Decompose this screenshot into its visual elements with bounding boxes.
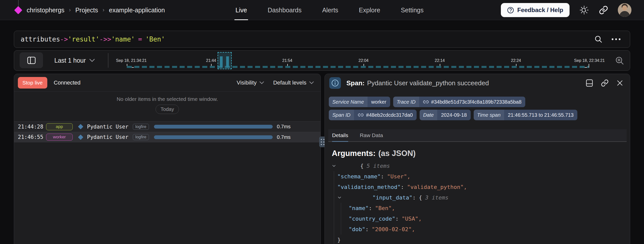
span-diamond-icon [78,124,83,129]
span-name: Pydantic User [87,134,133,140]
scope-badge: logfire [133,134,149,140]
today-button[interactable]: Today [155,105,179,114]
duration-label: 0.7ms [277,134,291,140]
tab-live[interactable]: Live [235,0,247,20]
default-levels-dropdown[interactable]: Default levels [273,79,314,86]
live-view-panel: Stop live Connected Visibility Default l… [14,74,321,244]
time-range-selector[interactable]: Last 1 hour [54,51,95,70]
more-options-icon[interactable] [611,38,621,40]
timeline-selection-window[interactable] [218,52,232,69]
sidebar-panel-icon [27,57,36,64]
share-link-icon[interactable] [599,5,608,15]
search-icon[interactable] [594,35,603,44]
stop-live-button[interactable]: Stop live [18,77,47,89]
span-kind-label: Span: [346,79,365,87]
activity-histogram[interactable] [127,66,589,68]
split-view-icon[interactable] [586,79,593,87]
json-root-line: { 5 items [332,160,467,171]
span-diamond-icon [78,134,83,140]
json-tree: { 5 items "schema_name":"User", "validat… [332,160,467,244]
service-name-badge: Service Name worker [329,97,390,107]
item-count: 3 items [425,194,449,201]
query-string-ben: 'Ben' [145,35,165,43]
nav-tabs: Live Dashboards Alerts Explore Settings [235,0,424,20]
tab-explore[interactable]: Explore [359,0,380,20]
json-level-1: "schema_name":"User", "validation_method… [334,171,467,244]
timeline-tick-label: 22:24 [511,58,521,63]
tab-details[interactable]: Details [332,129,348,141]
time-range-label: Last 1 hour [54,57,86,64]
feedback-help-button[interactable]: Feedback / Help [501,3,570,17]
span-title-text: Pydantic User validate_python succeeded [367,79,489,87]
query-input[interactable]: attributes->'result'->>'name'='Ben' [14,31,630,48]
duration-bar [154,135,273,139]
span-name: Pydantic User [87,124,133,130]
span-detail-header: Span:Pydantic User validate_python succe… [325,74,630,92]
chevron-down-icon [259,81,264,84]
live-view-header: Stop live Connected Visibility Default l… [14,74,320,92]
span-title: Span:Pydantic User validate_python succe… [346,79,489,87]
json-entry: "dob":"2000-02-02", [349,224,467,234]
query-arrow-operator: -> [60,35,68,43]
json-entry: "country_code":"USA", [349,213,467,224]
visibility-dropdown[interactable]: Visibility [237,79,264,86]
query-arrow2-operator: ->> [99,35,111,43]
trace-list: 21:44:28 app Pydantic User logfire 0.7ms… [14,121,320,142]
query-expression: attributes->'result'->>'name'='Ben' [21,31,165,48]
tab-raw-data[interactable]: Raw Data [360,129,383,141]
chevron-right-icon: › [103,7,104,13]
breadcrumb-projects[interactable]: Projects [75,7,98,14]
tab-alerts[interactable]: Alerts [322,0,338,20]
span-attribute-badges: Service Name worker Trace ID #34bd8e51d7… [329,97,577,120]
info-icon [329,77,341,89]
timeline-tick-label: 21:44 [206,58,216,63]
service-badge: worker [46,134,73,141]
span-detail-panel: Span:Pydantic User validate_python succe… [325,74,630,244]
scope-badge: logfire [133,124,149,130]
trace-row[interactable]: 21:44:28 app Pydantic User logfire 0.7ms [14,121,320,132]
timeline-tick-label: 22:14 [435,58,445,63]
query-string-name: 'name' [111,35,135,43]
divider [108,53,108,68]
sidebar-toggle-button[interactable] [20,52,43,68]
service-badge: app [46,123,73,130]
question-circle-icon [507,7,514,14]
timeline-tick-label: 22:04 [358,58,369,63]
user-avatar[interactable] [618,3,631,17]
zoom-in-icon[interactable] [615,56,624,65]
chevron-down-icon [309,81,314,84]
trace-id-badge: Trace ID #34bd8e51d73c3f4c8a189b72338a5b… [393,97,525,107]
breadcrumb-account[interactable]: christophergs [27,7,64,14]
timeline-end-label: Sep 18, 22:34:21 [574,58,605,63]
row-timestamp: 21:46:55 [18,134,46,140]
item-count: 5 items [367,163,390,169]
timeline-tick-label: 21:54 [282,58,292,63]
feedback-help-label: Feedback / Help [517,7,563,14]
logfire-logo-icon[interactable] [15,0,22,20]
span-link-icon[interactable] [358,112,364,118]
activity-bar [226,56,229,67]
top-nav: christophergs › Projects › example-appli… [0,0,644,20]
close-icon[interactable] [616,79,623,87]
trace-row-selected[interactable]: 21:46:55 worker Pydantic User logfire 0.… [14,132,320,142]
activity-bar [220,56,223,67]
timeline-bar: Last 1 hour Sep 18, 21:34:21 21:44 21:54… [14,50,630,71]
duration-label: 0.7ms [277,124,291,130]
date-badge: Date 2024-09-18 [420,110,471,120]
query-string-result: 'result' [68,35,99,43]
nav-right-actions: Feedback / Help [501,0,631,20]
duration-bar [154,125,273,129]
query-field: attributes [21,35,60,43]
timeline-start-label: Sep 18, 21:34:21 [116,58,147,63]
breadcrumb-project-name[interactable]: example-application [109,7,165,14]
tab-settings[interactable]: Settings [401,0,423,20]
chevron-right-icon: › [69,7,71,13]
trace-link-icon[interactable] [423,99,429,105]
row-timestamp: 21:44:28 [18,124,46,130]
copy-link-icon[interactable] [601,79,609,87]
detail-tabs: Details Raw Data [328,129,627,142]
theme-toggle-icon[interactable] [579,5,589,15]
tab-dashboards[interactable]: Dashboards [268,0,302,20]
json-level-2: "name":"Ben", "country_code":"USA", "dob… [341,203,467,234]
json-entry-object: "input_data":{3 items [337,192,467,203]
